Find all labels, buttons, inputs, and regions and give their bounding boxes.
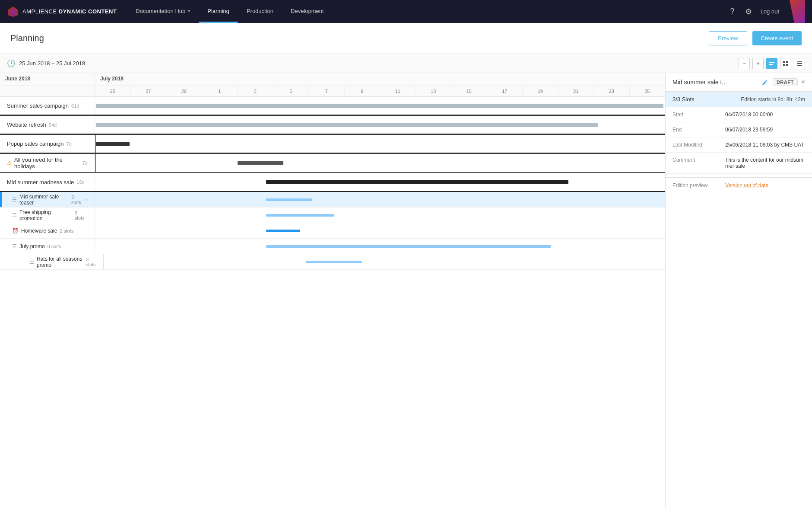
madness-bar-area bbox=[95, 173, 665, 191]
create-event-button[interactable]: Create event bbox=[752, 31, 802, 45]
summer-campaign-title: Summer sales campaign bbox=[7, 102, 69, 109]
event-label-holidays: ⚠ All you need for the holidays 7d bbox=[0, 154, 95, 172]
help-button[interactable]: ? bbox=[729, 5, 736, 18]
event-row-homeware[interactable]: ⏰ Homeware sale 2 slots bbox=[0, 223, 665, 239]
calendar-area: June 2018 July 2018 25 27 29 1 3 5 7 9 1… bbox=[0, 73, 665, 508]
hats-bar-area bbox=[104, 254, 665, 269]
planning-header: Planning Preview Create event bbox=[0, 23, 812, 54]
grid-view-button[interactable] bbox=[780, 58, 791, 69]
preview-button[interactable]: Preview bbox=[709, 31, 747, 45]
shipping-slots-badge: 3 slots bbox=[75, 210, 88, 220]
madness-event-days: 16d bbox=[76, 179, 84, 185]
madness-event-title: Mid summer madness sale bbox=[7, 179, 74, 185]
campaign-row-summer[interactable]: Summer sales campaign 61d bbox=[0, 97, 665, 116]
edition-preview-link[interactable]: Version out of date bbox=[725, 182, 768, 189]
shipping-bar-area bbox=[95, 208, 665, 223]
day-col-17: 17 bbox=[487, 86, 523, 96]
brand-logo-area: AMPLIENCE DYNAMIC CONTENT bbox=[7, 6, 117, 18]
holidays-event-bar bbox=[238, 161, 283, 165]
day-col-27: 27 bbox=[131, 86, 167, 96]
date-range-left: 🕐 25 Jun 2018 – 25 Jul 2018 bbox=[7, 59, 85, 67]
modified-value: 25/06/2018 11:06:03 by CMS UAT bbox=[725, 142, 805, 148]
july-bar-area bbox=[95, 239, 665, 254]
svg-rect-4 bbox=[783, 61, 785, 63]
nav-item-production[interactable]: Production bbox=[238, 0, 282, 23]
nav-item-development[interactable]: Development bbox=[282, 0, 333, 23]
header-actions: Preview Create event bbox=[709, 31, 802, 45]
today-line-2 bbox=[95, 154, 96, 172]
draft-badge: DRAFT bbox=[773, 78, 798, 86]
event-row-holidays[interactable]: ⚠ All you need for the holidays 7d bbox=[0, 154, 665, 173]
nav-item-documentation[interactable]: Documentation Hub ▾ bbox=[127, 0, 199, 23]
doc-icon-july: ☰ bbox=[12, 243, 17, 249]
doc-icon-teaser: ☰ bbox=[12, 197, 17, 203]
day-col-23: 23 bbox=[594, 86, 630, 96]
day-col-29: 29 bbox=[166, 86, 202, 96]
website-campaign-bar bbox=[96, 123, 598, 127]
svg-rect-6 bbox=[783, 64, 785, 66]
panel-header-right: DRAFT × bbox=[761, 78, 805, 86]
day-col-25b: 25 bbox=[630, 86, 666, 96]
campaign-row-website[interactable]: Website refresh 54d bbox=[0, 116, 665, 135]
website-bar-area bbox=[95, 116, 665, 134]
page-title: Planning bbox=[10, 33, 44, 43]
campaign-label-summer: Summer sales campaign 61d bbox=[0, 97, 95, 115]
top-navigation: AMPLIENCE DYNAMIC CONTENT Documentation … bbox=[0, 0, 812, 23]
event-label-hats: ☰ Hats for all seasons promo 3 slots bbox=[9, 254, 104, 269]
zoom-in-button[interactable]: + bbox=[752, 58, 764, 69]
nav-right-actions: ? ⚙ Log out bbox=[729, 0, 805, 23]
event-row-teaser[interactable]: ☰ Mid summer sale teaser 3 slots › bbox=[0, 192, 665, 208]
svg-rect-9 bbox=[797, 63, 802, 64]
nav-item-documentation-label: Documentation Hub bbox=[136, 8, 185, 14]
warning-icon: ⚠ bbox=[7, 160, 12, 166]
svg-rect-2 bbox=[769, 62, 774, 63]
campaign-label-popup: Popup sales campaign 7d bbox=[0, 135, 95, 153]
homeware-bar-area bbox=[95, 223, 665, 238]
day-col-25: 25 bbox=[95, 86, 131, 96]
popup-campaign-bar bbox=[96, 142, 130, 146]
madness-event-bar bbox=[266, 180, 568, 184]
event-row-july[interactable]: ☰ July promo 0 slots bbox=[0, 239, 665, 254]
clock-icon-homeware: ⏰ bbox=[12, 228, 19, 234]
nav-item-planning[interactable]: Planning bbox=[199, 0, 238, 23]
day-col-21: 21 bbox=[558, 86, 594, 96]
timeline-view-button[interactable] bbox=[766, 58, 777, 69]
day-col-11: 11 bbox=[380, 86, 416, 96]
zoom-out-button[interactable]: − bbox=[739, 58, 750, 69]
slots-row: 3/3 Slots Edition starts in 8d: 8h: 42m bbox=[666, 92, 812, 107]
chevron-down-icon: ▾ bbox=[188, 9, 190, 13]
event-row-madness[interactable]: Mid summer madness sale 16d bbox=[0, 173, 665, 192]
teaser-slots-badge: 3 slots bbox=[71, 195, 83, 205]
edition-row: Edition preview Version out of date bbox=[666, 178, 812, 193]
teaser-bar-area bbox=[95, 192, 665, 207]
teaser-event-bar bbox=[266, 198, 312, 201]
teaser-event-title: Mid summer sale teaser bbox=[19, 194, 69, 206]
svg-rect-8 bbox=[797, 61, 802, 62]
panel-close-button[interactable]: × bbox=[801, 78, 805, 86]
hats-event-title: Hats for all seasons promo bbox=[37, 256, 83, 268]
svg-rect-5 bbox=[786, 61, 788, 63]
day-col-7: 7 bbox=[309, 86, 345, 96]
july-event-title: July promo bbox=[19, 243, 45, 249]
event-row-hats[interactable]: ☰ Hats for all seasons promo 3 slots bbox=[0, 254, 665, 270]
day-col-19: 19 bbox=[523, 86, 558, 96]
date-range-text: 25 Jun 2018 – 25 Jul 2018 bbox=[19, 60, 85, 67]
date-range-bar: 🕐 25 Jun 2018 – 25 Jul 2018 − + bbox=[0, 54, 812, 73]
timeline-icon bbox=[769, 61, 775, 67]
gantt-area: Summer sales campaign 61d Website refres… bbox=[0, 97, 665, 270]
doc-icon-shipping: ☰ bbox=[12, 212, 17, 218]
end-label: End bbox=[672, 127, 720, 133]
holidays-event-title: All you need for the holidays bbox=[14, 157, 80, 169]
shipping-event-bar bbox=[266, 214, 334, 217]
day-col-5: 5 bbox=[273, 86, 309, 96]
event-row-shipping[interactable]: ☰ Free shipping promotion 3 slots bbox=[0, 208, 665, 223]
start-label: Start bbox=[672, 112, 720, 118]
list-view-button[interactable] bbox=[794, 58, 805, 69]
logout-button[interactable]: Log out bbox=[761, 8, 779, 15]
start-value: 04/07/2018 00:00:00 bbox=[725, 112, 805, 118]
amplience-chevron-decoration bbox=[790, 0, 805, 23]
campaign-row-popup[interactable]: Popup sales campaign 7d bbox=[0, 135, 665, 154]
settings-button[interactable]: ⚙ bbox=[743, 5, 754, 18]
comment-value: This is the content for our midsum mer s… bbox=[725, 157, 805, 169]
event-label-shipping: ☰ Free shipping promotion 3 slots bbox=[0, 208, 95, 223]
